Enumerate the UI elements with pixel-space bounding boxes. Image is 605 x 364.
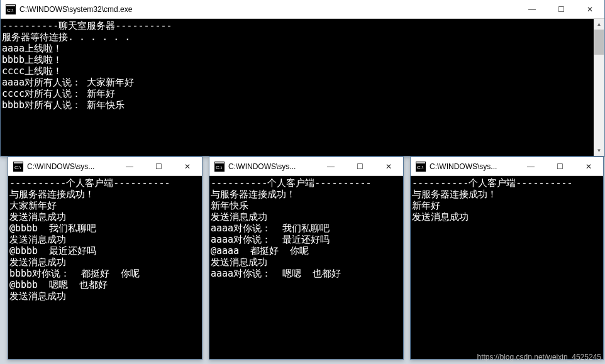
console-body[interactable]: ----------个人客户端----------与服务器连接成功！新年快乐发送… (209, 176, 403, 359)
scroll-up-icon[interactable]: ▲ (594, 19, 604, 30)
console-line: ----------个人客户端---------- (412, 177, 603, 189)
console-body[interactable]: ----------个人客户端----------与服务器连接成功！大家新年好发… (8, 176, 202, 359)
svg-rect-10 (416, 162, 425, 163)
scroll-thumb[interactable] (594, 30, 604, 55)
titlebar[interactable]: C:\ C:\WINDOWS\system32\cmd.exe — ☐ ✕ (1, 0, 604, 19)
console-line: 与服务器连接成功！ (412, 189, 603, 200)
console-line: @aaaa 都挺好 你呢 (211, 245, 403, 256)
console-line: bbbb上线啦！ (2, 54, 604, 65)
svg-rect-4 (14, 162, 23, 163)
watermark-text: https://blog.csdn.net/weixin_4525245 (477, 353, 601, 361)
console-line: 大家新年好 (9, 200, 202, 211)
window-title: C:\WINDOWS\sys... (430, 162, 516, 171)
console-output: ----------个人客户端----------与服务器连接成功！新年快乐发送… (209, 176, 403, 279)
console-line: 发送消息成功 (9, 211, 202, 223)
titlebar[interactable]: C:\ C:\WINDOWS\sys... — ☐ ✕ (411, 157, 603, 176)
maximize-button[interactable]: ☐ (545, 157, 574, 175)
console-line: aaaa上线啦！ (2, 43, 604, 54)
console-line: 发送消息成功 (412, 211, 603, 223)
svg-text:C:\: C:\ (216, 165, 223, 170)
window-control-buttons: — ☐ ✕ (316, 157, 403, 175)
console-line: ----------个人客户端---------- (9, 177, 202, 189)
titlebar[interactable]: C:\ C:\WINDOWS\sys... — ☐ ✕ (8, 157, 202, 176)
console-output: ----------个人客户端----------与服务器连接成功！大家新年好发… (8, 176, 202, 302)
console-line: aaaa对你说： 我们私聊吧 (211, 223, 403, 234)
console-body[interactable]: ----------聊天室服务器----------服务器等待连接. . . .… (1, 19, 604, 156)
scroll-down-icon[interactable]: ▼ (594, 145, 604, 156)
minimize-button[interactable]: — (316, 157, 345, 175)
maximize-button[interactable]: ☐ (144, 157, 173, 175)
console-line: bbbb对你说： 都挺好 你呢 (9, 268, 202, 279)
window-title: C:\WINDOWS\system32\cmd.exe (19, 5, 518, 14)
minimize-button[interactable]: — (518, 0, 547, 18)
console-line: 发送消息成功 (9, 256, 202, 268)
console-line: aaaa对你说： 最近还好吗 (211, 234, 403, 245)
window-control-buttons: — ☐ ✕ (518, 0, 604, 18)
cmd-icon: C:\ (416, 162, 426, 172)
console-line: @bbbb 嗯嗯 也都好 (9, 279, 202, 290)
window-control-buttons: — ☐ ✕ (115, 157, 202, 175)
svg-rect-1 (6, 5, 15, 6)
console-line: 发送消息成功 (211, 256, 403, 268)
console-output: ----------个人客户端----------与服务器连接成功！新年好发送消… (411, 176, 603, 223)
window-control-buttons: — ☐ ✕ (516, 157, 603, 175)
svg-text:C:\: C:\ (417, 165, 424, 170)
minimize-button[interactable]: — (115, 157, 144, 175)
maximize-button[interactable]: ☐ (547, 0, 575, 18)
console-output: ----------聊天室服务器----------服务器等待连接. . . .… (1, 19, 604, 111)
console-line: 发送消息成功 (211, 211, 403, 223)
window-title: C:\WINDOWS\sys... (27, 162, 115, 171)
console-line: 与服务器连接成功！ (9, 189, 202, 200)
cmd-window-client-a: C:\ C:\WINDOWS\sys... — ☐ ✕ ----------个人… (8, 157, 203, 360)
console-line: ----------聊天室服务器---------- (2, 20, 604, 31)
close-button[interactable]: ✕ (575, 0, 604, 18)
maximize-button[interactable]: ☐ (345, 157, 374, 175)
svg-rect-7 (215, 162, 224, 163)
console-line: aaaa对你说： 嗯嗯 也都好 (211, 268, 403, 279)
minimize-button[interactable]: — (516, 157, 545, 175)
close-button[interactable]: ✕ (173, 157, 202, 175)
titlebar[interactable]: C:\ C:\WINDOWS\sys... — ☐ ✕ (209, 157, 403, 176)
cmd-icon: C:\ (13, 162, 23, 172)
cmd-icon: C:\ (214, 162, 225, 172)
console-line: aaaa对所有人说： 大家新年好 (2, 77, 604, 88)
cmd-window-server: C:\ C:\WINDOWS\system32\cmd.exe — ☐ ✕ --… (0, 0, 605, 157)
console-line: 服务器等待连接. . . . . . (2, 31, 604, 43)
console-line: bbbb对所有人说： 新年快乐 (2, 99, 604, 111)
console-line: ----------个人客户端---------- (211, 177, 403, 189)
scroll-track[interactable] (594, 30, 604, 145)
console-line: @bbbb 我们私聊吧 (9, 223, 202, 234)
svg-text:C:\: C:\ (7, 8, 14, 13)
cmd-window-client-c: C:\ C:\WINDOWS\sys... — ☐ ✕ ----------个人… (410, 157, 604, 360)
window-title: C:\WINDOWS\sys... (228, 162, 316, 171)
close-button[interactable]: ✕ (574, 157, 603, 175)
console-line: 发送消息成功 (9, 290, 202, 302)
console-line: 发送消息成功 (9, 234, 202, 245)
cmd-window-client-b: C:\ C:\WINDOWS\sys... — ☐ ✕ ----------个人… (209, 157, 404, 360)
console-line: 与服务器连接成功！ (211, 189, 403, 200)
vertical-scrollbar[interactable]: ▲ ▼ (594, 19, 604, 156)
cmd-icon: C:\ (6, 4, 16, 14)
console-body[interactable]: ----------个人客户端----------与服务器连接成功！新年好发送消… (411, 176, 603, 359)
close-button[interactable]: ✕ (374, 157, 403, 175)
console-line: 新年好 (412, 200, 603, 211)
console-line: cccc对所有人说： 新年好 (2, 88, 604, 99)
console-line: 新年快乐 (211, 200, 403, 211)
svg-text:C:\: C:\ (14, 165, 21, 170)
console-line: cccc上线啦！ (2, 65, 604, 77)
console-line: @bbbb 最近还好吗 (9, 245, 202, 256)
